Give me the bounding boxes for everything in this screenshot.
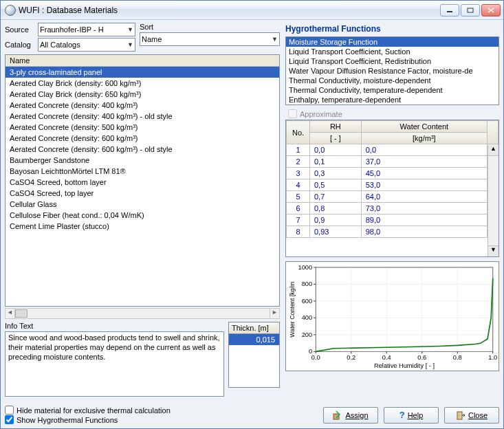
svg-rect-42 <box>457 412 462 419</box>
scroll-thumb[interactable] <box>15 309 28 318</box>
material-row[interactable]: Cellular Glass <box>6 199 279 210</box>
table-row[interactable]: 2 0,1 37,0 <box>287 156 498 168</box>
table-row[interactable]: 1 0,0 0,0 <box>287 144 498 156</box>
cell-wc[interactable]: 0,0 <box>361 144 487 156</box>
material-row[interactable]: Cellulose Fiber (heat cond.: 0,04 W/mK) <box>6 210 279 221</box>
table-row[interactable]: 4 0,5 53,0 <box>287 179 498 191</box>
sort-select[interactable]: Name ▼ <box>140 32 280 46</box>
scroll-up-icon[interactable]: ▲ <box>488 145 498 156</box>
hide-material-checkbox[interactable] <box>5 406 14 415</box>
function-row[interactable]: Thermal Conductivity, moisture-dependent <box>286 76 498 85</box>
sort-value: Name <box>142 35 162 43</box>
thickness-list[interactable]: 0,015 <box>228 334 280 388</box>
material-row[interactable]: Aerated Clay Brick (density: 650 kg/m³) <box>6 89 279 100</box>
show-functions-checkbox-row[interactable]: Show Hygrothermal Functions <box>5 415 316 424</box>
scroll-down-icon[interactable]: ▼ <box>488 245 498 256</box>
source-label: Source <box>5 25 35 34</box>
minimize-button[interactable] <box>440 4 459 16</box>
svg-text:Relative Humidity [ - ]: Relative Humidity [ - ] <box>374 362 435 369</box>
material-row[interactable]: CaSO4 Screed, bottom layer <box>6 177 279 188</box>
svg-text:0.6: 0.6 <box>417 354 426 361</box>
material-row[interactable]: Aerated Concrete (density: 400 kg/m³) <box>6 100 279 111</box>
cell-wc[interactable]: 64,0 <box>361 191 487 203</box>
window-title: WUFI : Database Materials <box>19 6 440 15</box>
show-functions-checkbox[interactable] <box>5 415 14 424</box>
svg-text:0.2: 0.2 <box>347 354 355 361</box>
source-value: Fraunhofer-IBP - H <box>40 25 104 34</box>
cell-wc[interactable]: 73,0 <box>361 203 487 214</box>
material-row[interactable]: Aerated Concrete (density: 500 kg/m³) <box>6 122 279 133</box>
cell-wc[interactable]: 98,0 <box>361 226 487 238</box>
function-row[interactable]: Liquid Transport Coefficient, Redistribu… <box>286 56 498 66</box>
material-row[interactable]: Cement Lime Plaster (stucco) <box>6 221 279 232</box>
cell-rh[interactable]: 0,9 <box>310 214 362 226</box>
function-row[interactable]: Thermal Conductivity, temperature-depend… <box>286 85 498 95</box>
close-window-button[interactable] <box>481 4 501 16</box>
material-row[interactable]: CaSO4 Screed, top layer <box>6 188 279 199</box>
table-row[interactable]: 8 0,93 98,0 <box>287 226 498 238</box>
scroll-left-icon[interactable]: ◄ <box>6 309 15 318</box>
material-row[interactable]: 3-ply cross-laminated panel <box>6 67 279 78</box>
cell-rh[interactable]: 0,93 <box>310 226 362 238</box>
material-row[interactable]: Aerated Concrete (density: 600 kg/m³) <box>6 133 279 144</box>
table-vertical-scrollbar[interactable]: ▲ ▼ <box>487 145 498 256</box>
material-row[interactable]: Aerated Concrete (density: 600 kg/m³) - … <box>6 144 279 155</box>
material-row[interactable]: Aerated Clay Brick (density: 600 kg/m³) <box>6 78 279 89</box>
cell-rh[interactable]: 0,0 <box>310 144 362 156</box>
cell-wc[interactable]: 89,0 <box>361 214 487 226</box>
svg-text:600: 600 <box>302 298 312 305</box>
catalog-value: All Catalogs <box>40 41 80 49</box>
svg-text:1.0: 1.0 <box>488 354 497 361</box>
hide-material-label: Hide material for exclusive thermal calc… <box>17 406 171 415</box>
hide-material-checkbox-row[interactable]: Hide material for exclusive thermal calc… <box>5 406 316 415</box>
sort-label: Sort <box>140 23 280 31</box>
moisture-storage-table[interactable]: No. RH Water Content [ - ] [kg/m³] 1 0,0 <box>285 120 499 257</box>
svg-text:Water Content [kg/m: Water Content [kg/m <box>289 282 296 338</box>
maximize-button[interactable] <box>461 4 480 16</box>
function-row[interactable]: Enthalpy, temperature-dependent <box>286 95 498 104</box>
catalog-select[interactable]: All Catalogs ▼ <box>38 38 135 52</box>
svg-text:0.0: 0.0 <box>311 354 320 361</box>
table-row[interactable]: 3 0,3 45,0 <box>287 168 498 179</box>
approximate-checkbox <box>288 109 297 118</box>
cell-rh[interactable]: 0,3 <box>310 168 362 179</box>
svg-rect-1 <box>468 8 473 12</box>
cell-no: 6 <box>287 203 310 214</box>
help-icon: ? <box>399 410 405 420</box>
material-row[interactable]: Aerated Concrete (density: 400 kg/m³) - … <box>6 111 279 122</box>
dropdown-icon: ▼ <box>272 36 278 43</box>
svg-text:800: 800 <box>302 281 312 288</box>
info-text-area[interactable]: Since wood and wood-based products tend … <box>5 331 224 397</box>
cell-rh[interactable]: 0,8 <box>310 203 362 214</box>
col-rh-unit: [ - ] <box>310 133 362 144</box>
table-row[interactable]: 6 0,8 73,0 <box>287 203 498 214</box>
cell-no: 1 <box>287 144 310 156</box>
functions-list[interactable]: Moisture Storage FunctionLiquid Transpor… <box>285 36 499 105</box>
cell-no: 5 <box>287 191 310 203</box>
cell-rh[interactable]: 0,1 <box>310 156 362 168</box>
cell-wc[interactable]: 37,0 <box>361 156 487 168</box>
material-row[interactable]: Baumberger Sandstone <box>6 155 279 166</box>
cell-no: 3 <box>287 168 310 179</box>
hygrothermal-functions-title: Hygrothermal Functions <box>285 24 499 34</box>
function-row[interactable]: Liquid Transport Coefficient, Suction <box>286 47 498 56</box>
help-button-label: Help <box>408 411 424 419</box>
table-row[interactable]: 5 0,7 64,0 <box>287 191 498 203</box>
cell-wc[interactable]: 45,0 <box>361 168 487 179</box>
horizontal-scrollbar[interactable]: ◄ ► <box>5 308 280 319</box>
cell-rh[interactable]: 0,7 <box>310 191 362 203</box>
cell-wc[interactable]: 53,0 <box>361 179 487 191</box>
table-row[interactable]: 7 0,9 89,0 <box>287 214 498 226</box>
material-row[interactable]: Bayosan LeichttonMörtel LTM 81® <box>6 166 279 177</box>
help-button[interactable]: ? Help <box>384 407 439 424</box>
materials-list[interactable]: Name 3-ply cross-laminated panelAerated … <box>5 54 280 307</box>
titlebar: WUFI : Database Materials <box>1 1 503 20</box>
function-row[interactable]: Water Vapour Diffusion Resistance Factor… <box>286 66 498 76</box>
scroll-right-icon[interactable]: ► <box>270 309 279 318</box>
function-row[interactable]: Moisture Storage Function <box>286 37 498 47</box>
source-select[interactable]: Fraunhofer-IBP - H ▼ <box>38 23 135 36</box>
thickness-value[interactable]: 0,015 <box>229 334 279 345</box>
cell-rh[interactable]: 0,5 <box>310 179 362 191</box>
close-button[interactable]: Close <box>444 407 499 424</box>
assign-button[interactable]: Assign <box>323 407 378 424</box>
